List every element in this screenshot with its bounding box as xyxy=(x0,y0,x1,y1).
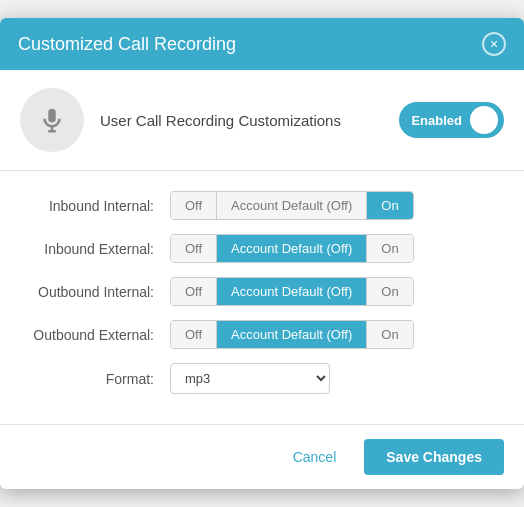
outbound-internal-row: Outbound Internal: Off Account Default (… xyxy=(30,277,494,306)
outbound-internal-off[interactable]: Off xyxy=(171,278,217,305)
inbound-internal-row: Inbound Internal: Off Account Default (O… xyxy=(30,191,494,220)
inbound-external-default[interactable]: Account Default (Off) xyxy=(217,235,367,262)
format-select[interactable]: mp3 wav xyxy=(170,363,330,394)
inbound-internal-default[interactable]: Account Default (Off) xyxy=(217,192,367,219)
toggle-knob xyxy=(470,106,498,134)
inbound-external-label: Inbound External: xyxy=(30,241,170,257)
outbound-external-off[interactable]: Off xyxy=(171,321,217,348)
inbound-external-on[interactable]: On xyxy=(367,235,412,262)
subheader-text: User Call Recording Customizations xyxy=(100,112,383,129)
inbound-internal-options: Off Account Default (Off) On xyxy=(170,191,414,220)
dialog-body: Inbound Internal: Off Account Default (O… xyxy=(0,171,524,424)
inbound-external-row: Inbound External: Off Account Default (O… xyxy=(30,234,494,263)
dialog-title: Customized Call Recording xyxy=(18,34,236,55)
format-label: Format: xyxy=(30,371,170,387)
outbound-external-default[interactable]: Account Default (Off) xyxy=(217,321,367,348)
inbound-external-off[interactable]: Off xyxy=(171,235,217,262)
save-changes-button[interactable]: Save Changes xyxy=(364,439,504,475)
cancel-button[interactable]: Cancel xyxy=(281,441,349,473)
dialog-header: Customized Call Recording × xyxy=(0,18,524,70)
mic-icon xyxy=(37,105,67,135)
customized-call-recording-dialog: Customized Call Recording × User Call Re… xyxy=(0,18,524,489)
outbound-external-row: Outbound External: Off Account Default (… xyxy=(30,320,494,349)
toggle-label: Enabled xyxy=(411,113,462,128)
format-row: Format: mp3 wav xyxy=(30,363,494,394)
outbound-external-on[interactable]: On xyxy=(367,321,412,348)
outbound-internal-default[interactable]: Account Default (Off) xyxy=(217,278,367,305)
outbound-external-label: Outbound External: xyxy=(30,327,170,343)
outbound-internal-label: Outbound Internal: xyxy=(30,284,170,300)
inbound-external-options: Off Account Default (Off) On xyxy=(170,234,414,263)
inbound-internal-on[interactable]: On xyxy=(367,192,412,219)
outbound-internal-on[interactable]: On xyxy=(367,278,412,305)
close-button[interactable]: × xyxy=(482,32,506,56)
inbound-internal-label: Inbound Internal: xyxy=(30,198,170,214)
outbound-external-options: Off Account Default (Off) On xyxy=(170,320,414,349)
outbound-internal-options: Off Account Default (Off) On xyxy=(170,277,414,306)
subheader: User Call Recording Customizations Enabl… xyxy=(0,70,524,171)
mic-icon-wrap xyxy=(20,88,84,152)
inbound-internal-off[interactable]: Off xyxy=(171,192,217,219)
dialog-footer: Cancel Save Changes xyxy=(0,424,524,489)
enabled-toggle[interactable]: Enabled xyxy=(399,102,504,138)
